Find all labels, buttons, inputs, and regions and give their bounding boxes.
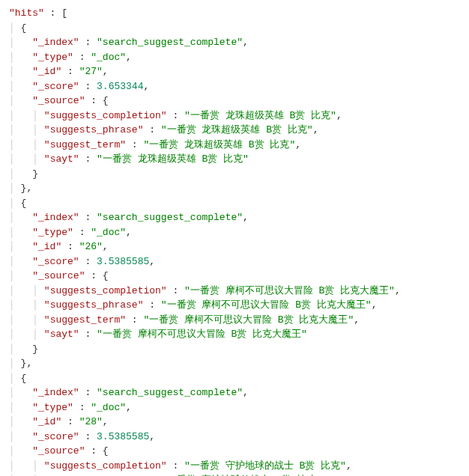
code-line: │ "_index" : "search_suggest_complete",	[9, 35, 460, 50]
code-line: │ "_score" : 3.5385585,	[9, 254, 460, 269]
code-line: │ "_type" : "_doc",	[9, 225, 460, 240]
code-line: │ }	[9, 342, 460, 357]
code-line: │ "_index" : "search_suggest_complete",	[9, 385, 460, 400]
code-line: │ },	[9, 356, 460, 371]
code-line: │ │ "suggest_term" : "一番赏 摩柯不可思议大冒险 B赏 比…	[9, 313, 460, 328]
code-line: │ "_score" : 3.653344,	[9, 79, 460, 94]
code-line: │ │ "suggests_phrase" : "一番赏 摩柯不可思议大冒险 B…	[9, 298, 460, 313]
code-line: │ │ "suggest_term" : "一番赏 龙珠超级英雄 B赏 比克",	[9, 138, 460, 153]
code-line: │ │ "sayt" : "一番赏 龙珠超级英雄 B赏 比克"	[9, 152, 460, 167]
code-line: │ "_type" : "_doc",	[9, 50, 460, 65]
code-line: │ │ "suggests_completion" : "一番赏 摩柯不可思议大…	[9, 284, 460, 299]
code-line: │ "_source" : {	[9, 269, 460, 284]
code-line: │ "_score" : 3.5385585,	[9, 430, 460, 445]
code-line: │ {	[9, 196, 460, 211]
code-line: "hits" : [	[9, 6, 460, 21]
code-line: │ "_source" : {	[9, 444, 460, 459]
code-line: │ }	[9, 167, 460, 182]
code-line: │ "_source" : {	[9, 94, 460, 109]
code-line: │ │ "suggests_completion" : "一番赏 龙珠超级英雄 …	[9, 109, 460, 123]
code-line: │ {	[9, 371, 460, 386]
code-line: │ │ "suggests_phrase" : "一番赏 龙珠超级英雄 B赏 比…	[9, 123, 460, 138]
code-line: │ │ "sayt" : "一番赏 摩柯不可思议大冒险 B赏 比克大魔王"	[9, 327, 460, 342]
code-line: │ "_type" : "_doc",	[9, 400, 460, 415]
code-line: │ │ "suggests_phrase" : "一番赏 守护地球的战士 B赏 …	[9, 473, 460, 476]
code-line: │ },	[9, 181, 460, 196]
code-line: │ "_id" : "27",	[9, 64, 460, 79]
code-line: │ │ "suggests_completion" : "一番赏 守护地球的战士…	[9, 459, 460, 474]
code-line: │ "_id" : "28",	[9, 415, 460, 430]
code-line: │ {	[9, 21, 460, 36]
code-line: │ "_index" : "search_suggest_complete",	[9, 210, 460, 225]
json-viewer: "hits" : [│ {│ "_index" : "search_sugges…	[9, 6, 460, 476]
code-line: │ "_id" : "26",	[9, 239, 460, 254]
